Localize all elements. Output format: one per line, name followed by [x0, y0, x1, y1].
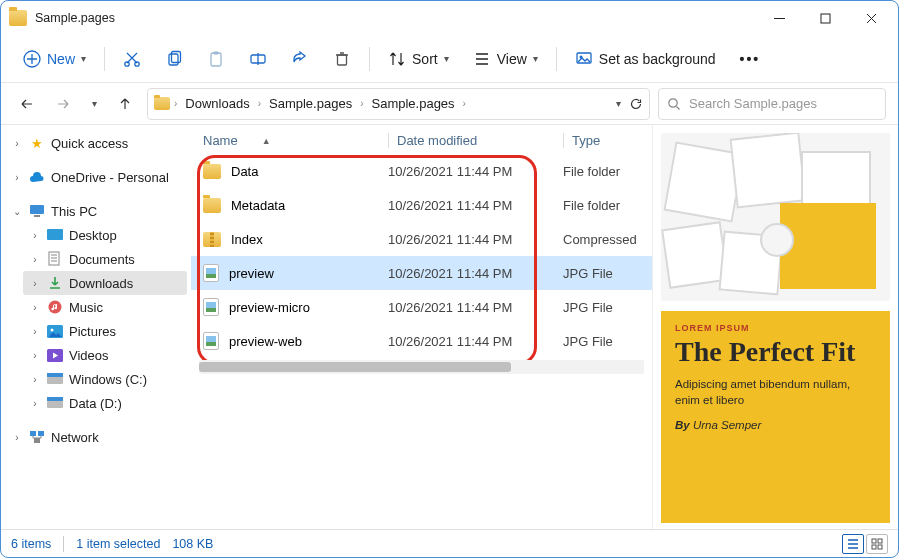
close-button[interactable]	[848, 2, 894, 34]
chevron-down-icon: ▾	[81, 53, 86, 64]
rename-button[interactable]	[239, 44, 277, 74]
preview-artwork-bottom: LOREM IPSUM The Perfect Fit Adipiscing a…	[661, 311, 890, 523]
svg-rect-25	[30, 431, 36, 436]
svg-point-12	[669, 98, 677, 106]
sidebar-videos[interactable]: ›Videos	[23, 343, 187, 367]
drive-icon	[47, 371, 63, 387]
zip-icon	[203, 232, 221, 247]
file-name: Metadata	[231, 198, 285, 213]
up-button[interactable]	[111, 90, 139, 118]
more-button[interactable]: •••	[730, 45, 771, 73]
file-row[interactable]: preview10/26/2021 11:44 PMJPG File	[191, 256, 652, 290]
file-type: File folder	[563, 198, 640, 213]
svg-rect-30	[872, 545, 876, 549]
sidebar-music[interactable]: ›Music	[23, 295, 187, 319]
cloud-icon	[29, 169, 45, 185]
search-icon	[667, 97, 681, 111]
new-button[interactable]: New ▾	[13, 44, 96, 74]
breadcrumb[interactable]: Sample.pages	[367, 94, 458, 113]
sidebar-onedrive[interactable]: ›OneDrive - Personal	[5, 165, 187, 189]
separator	[556, 47, 557, 71]
copy-button[interactable]	[155, 44, 193, 74]
sidebar-pictures[interactable]: ›Pictures	[23, 319, 187, 343]
chevron-right-icon: ›	[258, 98, 261, 109]
recent-button[interactable]: ▾	[85, 90, 103, 118]
forward-button[interactable]	[49, 90, 77, 118]
svg-rect-9	[338, 55, 347, 65]
sidebar-documents[interactable]: ›Documents	[23, 247, 187, 271]
preview-artwork-top	[661, 133, 890, 301]
chevron-right-icon: ›	[174, 98, 177, 109]
folder-icon	[154, 97, 170, 110]
status-count: 6 items	[11, 537, 51, 551]
svg-rect-27	[34, 438, 40, 443]
sidebar-this-pc[interactable]: ⌄This PC	[5, 199, 187, 223]
file-type: JPG File	[563, 300, 640, 315]
file-date: 10/26/2021 11:44 PM	[388, 198, 563, 213]
thumbnails-view-button[interactable]	[866, 534, 888, 554]
cut-button[interactable]	[113, 44, 151, 74]
set-bg-label: Set as background	[599, 51, 716, 67]
file-date: 10/26/2021 11:44 PM	[388, 164, 563, 179]
search-input[interactable]: Search Sample.pages	[658, 88, 886, 120]
svg-rect-26	[38, 431, 44, 436]
content-area: Name▲ Date modified Type Data10/26/2021 …	[191, 125, 898, 531]
separator	[104, 47, 105, 71]
separator	[369, 47, 370, 71]
jpg-icon	[203, 298, 219, 316]
file-row[interactable]: preview-micro10/26/2021 11:44 PMJPG File	[191, 290, 652, 324]
refresh-icon[interactable]	[629, 97, 643, 111]
maximize-button[interactable]	[802, 2, 848, 34]
status-selected: 1 item selected	[76, 537, 160, 551]
jpg-icon	[203, 264, 219, 282]
videos-icon	[47, 347, 63, 363]
sidebar: ›★Quick access ›OneDrive - Personal ⌄Thi…	[1, 125, 191, 531]
svg-rect-4	[169, 54, 178, 65]
svg-rect-21	[47, 377, 63, 384]
file-name: preview-micro	[229, 300, 310, 315]
minimize-button[interactable]	[756, 2, 802, 34]
file-date: 10/26/2021 11:44 PM	[388, 232, 563, 247]
pictures-icon	[47, 323, 63, 339]
sort-button[interactable]: Sort ▾	[378, 44, 459, 74]
file-row[interactable]: preview-web10/26/2021 11:44 PMJPG File	[191, 324, 652, 358]
sidebar-data-d[interactable]: ›Data (D:)	[23, 391, 187, 415]
address-bar[interactable]: › Downloads › Sample.pages › Sample.page…	[147, 88, 650, 120]
chevron-down-icon[interactable]: ▾	[616, 98, 621, 109]
col-date[interactable]: Date modified	[388, 133, 563, 148]
sidebar-downloads[interactable]: ›Downloads	[23, 271, 187, 295]
sidebar-network[interactable]: ›Network	[5, 425, 187, 449]
details-view-button[interactable]	[842, 534, 864, 554]
sidebar-quick-access[interactable]: ›★Quick access	[5, 131, 187, 155]
breadcrumb[interactable]: Sample.pages	[265, 94, 356, 113]
sidebar-desktop[interactable]: ›Desktop	[23, 223, 187, 247]
file-name: preview	[229, 266, 274, 281]
folder-icon	[9, 10, 27, 26]
view-button[interactable]: View ▾	[463, 44, 548, 74]
preview-desc: Adipiscing amet bibendum nullam, enim et…	[675, 376, 876, 408]
delete-button[interactable]	[323, 44, 361, 74]
breadcrumb[interactable]: Downloads	[181, 94, 253, 113]
file-row[interactable]: Metadata10/26/2021 11:44 PMFile folder	[191, 188, 652, 222]
documents-icon	[47, 251, 63, 267]
file-date: 10/26/2021 11:44 PM	[388, 300, 563, 315]
col-name[interactable]: Name▲	[203, 133, 388, 148]
svg-rect-6	[211, 53, 221, 66]
window-title: Sample.pages	[35, 11, 115, 25]
file-row[interactable]: Index10/26/2021 11:44 PMCompressed	[191, 222, 652, 256]
share-button[interactable]	[281, 44, 319, 74]
scrollbar-thumb[interactable]	[199, 362, 511, 372]
col-type[interactable]: Type	[563, 133, 640, 148]
new-label: New	[47, 51, 75, 67]
paste-button[interactable]	[197, 44, 235, 74]
network-icon	[29, 429, 45, 445]
svg-rect-22	[47, 373, 63, 377]
file-row[interactable]: Data10/26/2021 11:44 PMFile folder	[191, 154, 652, 188]
svg-rect-15	[47, 229, 63, 240]
set-as-background-button[interactable]: Set as background	[565, 44, 726, 74]
svg-rect-24	[47, 397, 63, 401]
file-name: preview-web	[229, 334, 302, 349]
sidebar-windows-c[interactable]: ›Windows (C:)	[23, 367, 187, 391]
back-button[interactable]	[13, 90, 41, 118]
h-scrollbar[interactable]	[199, 360, 644, 374]
